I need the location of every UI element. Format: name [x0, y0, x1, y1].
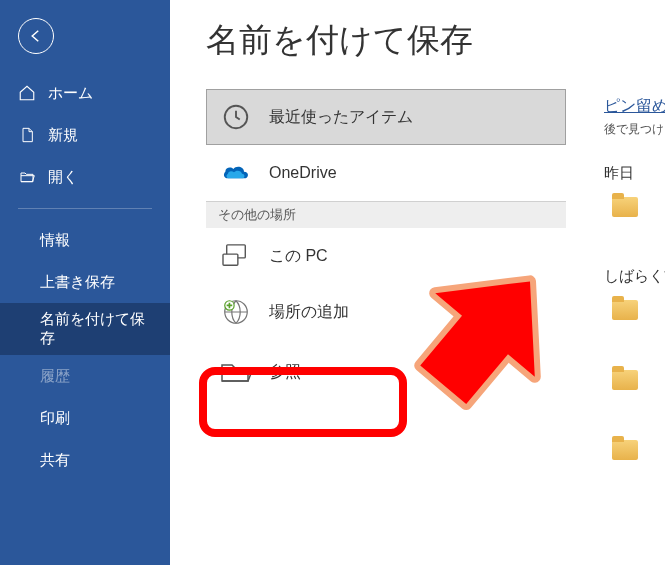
sidebar-item-open[interactable]: 開く — [0, 156, 170, 198]
location-label: 場所の追加 — [269, 302, 349, 323]
sidebar-item-label: 名前を付けて保存 — [40, 310, 152, 348]
back-button[interactable] — [18, 18, 54, 54]
location-label: OneDrive — [269, 164, 337, 182]
location-label: 参照 — [269, 362, 301, 383]
location-addplace[interactable]: 場所の追加 — [206, 284, 566, 340]
sidebar-item-label: 新規 — [48, 126, 78, 145]
sidebar-item-share[interactable]: 共有 — [0, 439, 170, 481]
thispc-icon — [219, 239, 253, 273]
main-panel: 名前を付けて保存 最近使ったアイテム OneDrive その他の場所 — [170, 0, 665, 565]
sidebar-item-label: 開く — [48, 168, 78, 187]
location-thispc[interactable]: この PC — [206, 228, 566, 284]
sidebar-item-save[interactable]: 上書き保存 — [0, 261, 170, 303]
browse-folder-icon — [219, 355, 253, 389]
sidebar-item-label: 情報 — [40, 231, 70, 250]
right-cropped-column: ピン留め 後で見つけ 昨日 しばらく前 — [604, 96, 665, 460]
home-icon — [18, 84, 36, 102]
folder-open-icon — [18, 168, 36, 186]
location-label: 最近使ったアイテム — [269, 107, 413, 128]
onedrive-icon — [219, 156, 253, 190]
sidebar-item-label: 履歴 — [40, 367, 70, 386]
pin-subtext: 後で見つけ — [604, 121, 665, 138]
sidebar-separator — [18, 208, 152, 209]
folder-icon[interactable] — [612, 440, 638, 460]
addplace-icon — [219, 295, 253, 329]
folder-icon[interactable] — [612, 197, 638, 217]
sidebar-item-print[interactable]: 印刷 — [0, 397, 170, 439]
sidebar-item-label: 印刷 — [40, 409, 70, 428]
sidebar-item-home[interactable]: ホーム — [0, 72, 170, 114]
document-icon — [18, 126, 36, 144]
location-label: この PC — [269, 246, 328, 267]
clock-icon — [219, 100, 253, 134]
pin-link[interactable]: ピン留め — [604, 96, 665, 117]
page-title: 名前を付けて保存 — [206, 18, 665, 63]
svg-rect-2 — [223, 254, 238, 265]
sidebar-item-history[interactable]: 履歴 — [0, 355, 170, 397]
locations-list: 最近使ったアイテム OneDrive その他の場所 この PC — [206, 89, 566, 404]
location-onedrive[interactable]: OneDrive — [206, 145, 566, 201]
sidebar-item-label: 共有 — [40, 451, 70, 470]
back-arrow-icon — [27, 27, 45, 45]
sidebar-item-info[interactable]: 情報 — [0, 219, 170, 261]
sidebar-item-label: ホーム — [48, 84, 93, 103]
backstage-sidebar: ホーム 新規 開く 情報 上書き保存 名前を付けて保存 履歴 印刷 — [0, 0, 170, 565]
sidebar-item-label: 上書き保存 — [40, 273, 115, 292]
section-yesterday: 昨日 — [604, 164, 665, 183]
sidebar-item-new[interactable]: 新規 — [0, 114, 170, 156]
section-longago: しばらく前 — [604, 267, 665, 286]
sidebar-item-saveas[interactable]: 名前を付けて保存 — [0, 303, 170, 355]
folder-icon[interactable] — [612, 370, 638, 390]
location-browse[interactable]: 参照 — [206, 340, 566, 404]
locations-other-heading: その他の場所 — [206, 201, 566, 228]
folder-icon[interactable] — [612, 300, 638, 320]
sidebar-nav: ホーム 新規 開く 情報 上書き保存 名前を付けて保存 履歴 印刷 — [0, 72, 170, 481]
location-recent[interactable]: 最近使ったアイテム — [206, 89, 566, 145]
